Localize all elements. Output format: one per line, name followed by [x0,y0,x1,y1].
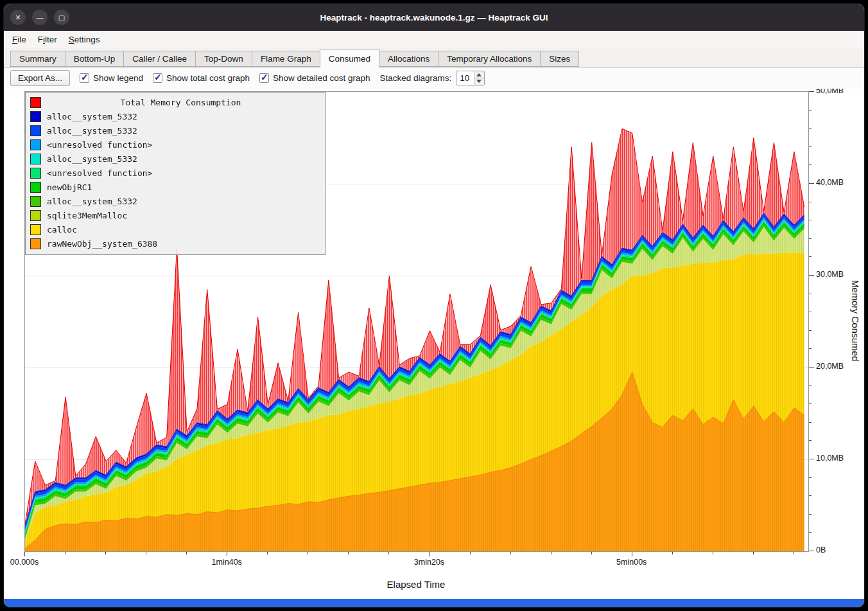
tab-caller-callee[interactable]: Caller / Callee [123,51,196,67]
spin-up-button[interactable] [474,71,484,78]
legend-item-label: sqlite3MemMalloc [47,211,127,220]
x-axis-minor-tick [591,552,592,554]
x-axis-minor-tick [388,552,389,554]
minimize-button[interactable]: — [32,10,48,25]
stacked-diagrams-group: Stacked diagrams: 10 [380,71,485,85]
y-axis-minor-tick [809,238,812,239]
y-axis-minor-tick [809,348,812,349]
checkbox-box[interactable] [80,73,89,83]
stacked-diagrams-label: Stacked diagrams: [380,73,452,83]
close-button[interactable]: ✕ [10,10,26,25]
legend-swatch [30,97,41,108]
tabbar: SummaryBottom-UpCaller / CalleeTop-DownF… [4,48,864,67]
x-axis-minor-tick [470,552,471,554]
legend-item-label: calloc [47,225,77,235]
toolbar: Export As... Show legendShow total cost … [4,67,864,89]
y-axis-minor-tick [809,146,812,147]
y-axis-tick [809,91,814,92]
checkbox-box[interactable] [153,73,162,83]
legend-item-label: alloc__system_5332 [47,197,137,206]
window-controls: ✕—▢ [4,10,69,25]
y-tick-label: 30,0MB [816,270,844,279]
y-tick-label: 10,0MB [816,454,844,463]
y-axis-minor-tick [809,385,812,386]
stacked-diagrams-spinbox[interactable]: 10 [456,71,485,85]
app-window: ✕—▢ Heaptrack - heaptrack.wakunode.1.gz … [4,4,864,607]
y-axis-minor-tick [809,256,812,257]
checkbox-show-detailed-cost-graph[interactable]: Show detailed cost graph [259,73,370,83]
y-axis-minor-tick [809,532,812,533]
tab-bottom-up[interactable]: Bottom-Up [65,51,125,67]
tab-consumed[interactable]: Consumed [320,49,379,67]
x-axis-tick [227,552,227,556]
legend-item: alloc__system_5332 [30,152,320,166]
x-tick-label: 1min40s [212,558,242,567]
x-axis-tick [24,552,25,556]
x-tick-label: 3min20s [414,558,444,567]
spin-buttons [474,71,484,85]
y-axis-minor-tick [809,110,812,111]
legend-swatch [30,224,41,235]
legend-item-label: alloc__system_5332 [47,112,137,121]
legend-item: alloc__system_5332 [30,194,320,208]
tab-temporary-allocations[interactable]: Temporary Allocations [438,51,541,67]
legend-item-label: <unresolved function> [47,140,152,150]
legend-swatch [30,111,41,122]
y-axis-minor-tick [809,440,812,441]
legend-item: sqlite3MemMalloc [30,208,320,222]
legend-item: rawNewObj__system_6388 [30,236,320,251]
y-axis-tick [809,551,814,551]
legend-item: newObjRC1 [30,180,320,194]
y-axis-minor-tick [809,202,812,202]
legend-item-label: <unresolved function> [47,168,152,178]
legend-item: <unresolved function> [30,166,320,180]
legend-swatch [30,125,41,136]
x-axis-minor-tick [348,552,349,554]
y-axis-minor-tick [809,477,812,478]
y-axis-tick [809,183,814,184]
tab-allocations[interactable]: Allocations [379,51,438,67]
titlebar: ✕—▢ Heaptrack - heaptrack.wakunode.1.gz … [4,4,864,31]
x-axis-tick [632,552,632,556]
legend-item: alloc__system_5332 [30,109,320,123]
checkbox-label: Show total cost graph [166,73,250,83]
maximize-button[interactable]: ▢ [54,10,69,25]
legend: Total Memory Consumption alloc__system_5… [25,92,326,255]
legend-item-label: alloc__system_5332 [47,154,137,164]
legend-title-row: Total Memory Consumption [30,95,320,109]
checkbox-label: Show detailed cost graph [273,73,370,83]
checkbox-show-total-cost-graph[interactable]: Show total cost graph [153,73,250,83]
menu-settings[interactable]: Settings [63,32,106,47]
x-axis-minor-tick [551,552,551,554]
legend-item-label: rawNewObj__system_6388 [47,239,157,249]
x-axis-minor-tick [186,552,187,554]
checkbox-box[interactable] [259,73,269,83]
tab-flame-graph[interactable]: Flame Graph [252,51,320,67]
x-axis-minor-tick [794,552,794,554]
stacked-diagrams-value[interactable]: 10 [456,71,474,85]
x-axis-minor-tick [672,552,673,554]
legend-item: alloc__system_5332 [30,123,320,137]
tab-top-down[interactable]: Top-Down [195,51,252,67]
legend-item-label: newObjRC1 [47,182,92,192]
y-axis-minor-tick [809,312,812,312]
x-axis-minor-tick [308,552,308,554]
tab-sizes[interactable]: Sizes [540,51,579,67]
legend-swatch [30,139,41,150]
menu-filter[interactable]: Filter [32,32,63,47]
y-tick-label: 0B [816,545,826,554]
y-axis-tick [809,275,814,276]
spin-down-button[interactable] [474,78,484,85]
tab-summary[interactable]: Summary [10,51,65,67]
x-axis-minor-tick [753,552,754,554]
x-axis-minor-tick [510,552,511,554]
y-axis-minor-tick [809,128,812,128]
bottom-accent-bar [4,599,864,607]
x-axis-minor-tick [105,552,106,554]
export-as-button[interactable]: Export As... [10,70,70,86]
menu-file[interactable]: File [6,32,32,47]
checkbox-show-legend[interactable]: Show legend [80,73,143,83]
legend-swatch [30,238,41,249]
chart-area: Total Memory Consumption alloc__system_5… [4,89,864,599]
x-axis-tick [429,552,430,556]
